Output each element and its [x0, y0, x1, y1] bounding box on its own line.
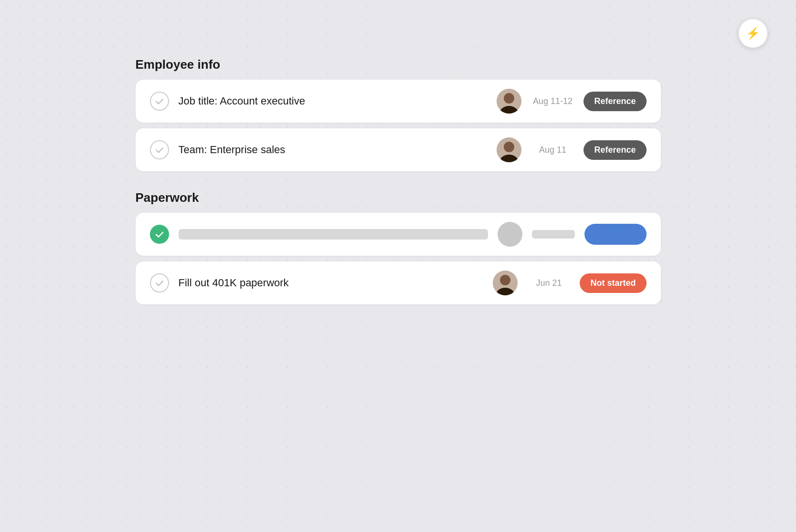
avatar: [493, 271, 518, 295]
page-container: Employee info Job title: Account executi…: [136, 57, 661, 304]
row-label: Team: Enterprise sales: [179, 144, 488, 156]
avatar: [498, 222, 522, 247]
row-right: [498, 222, 647, 247]
row-right: Aug 11-12Reference: [497, 89, 646, 114]
row-paperwork-blurred: [136, 213, 661, 256]
svg-point-7: [500, 275, 510, 285]
row-team: Team: Enterprise sales Aug 11Reference: [136, 128, 661, 171]
check-icon-outline: [150, 273, 169, 292]
svg-point-4: [504, 142, 514, 152]
section-rows: Job title: Account executive Aug 11-12Re…: [136, 80, 661, 171]
svg-point-1: [504, 93, 514, 104]
date-text: Aug 11-12: [531, 96, 574, 106]
section-title: Paperwork: [136, 190, 661, 205]
date-text: Jun 21: [527, 278, 570, 288]
section-rows: Fill out 401K paperwork Jun 21Not starte…: [136, 213, 661, 304]
badge-not-started[interactable]: Not started: [580, 273, 646, 293]
row-right: Jun 21Not started: [493, 271, 646, 295]
date-blurred: [532, 230, 575, 239]
lightning-icon: ⚡: [746, 27, 760, 40]
row-job-title: Job title: Account executive Aug 11-12Re…: [136, 80, 661, 123]
row-label: Fill out 401K paperwork: [179, 277, 484, 289]
badge-reference[interactable]: Reference: [584, 140, 646, 160]
check-icon-outline: [150, 92, 169, 111]
check-icon-outline: [150, 140, 169, 159]
row-label: Job title: Account executive: [179, 95, 488, 107]
row-right: Aug 11Reference: [497, 137, 646, 162]
badge-blurred[interactable]: [584, 224, 647, 245]
fab-button[interactable]: ⚡: [739, 19, 767, 48]
date-text: Aug 11: [531, 145, 574, 155]
row-fill-401k: Fill out 401K paperwork Jun 21Not starte…: [136, 261, 661, 304]
check-icon-green: [150, 225, 169, 244]
avatar: [497, 89, 521, 114]
badge-reference[interactable]: Reference: [584, 92, 646, 111]
avatar: [497, 137, 521, 162]
section-title: Employee info: [136, 57, 661, 72]
row-label-blurred: [179, 229, 488, 240]
section-paperwork: Paperwork Fill out 401K paperwork Jun 21…: [136, 190, 661, 304]
section-employee-info: Employee info Job title: Account executi…: [136, 57, 661, 171]
